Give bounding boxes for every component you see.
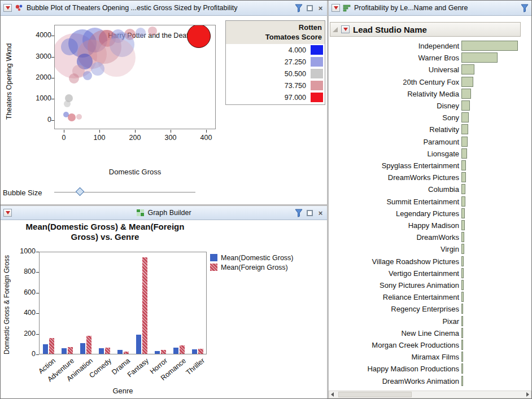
studio-bar[interactable] xyxy=(461,137,468,147)
studio-bar[interactable] xyxy=(461,292,464,302)
data-filter-icon[interactable] xyxy=(521,4,529,12)
studio-label[interactable]: Relativity Media xyxy=(329,89,459,99)
scroll-right-icon[interactable] xyxy=(526,392,529,397)
horizontal-scrollbar[interactable] xyxy=(329,391,531,398)
bar-foreign-gross[interactable] xyxy=(86,336,91,354)
bar-foreign-gross[interactable] xyxy=(124,352,129,354)
bubble[interactable] xyxy=(68,113,76,121)
studio-label[interactable]: New Line Cinema xyxy=(329,328,459,339)
legend-item[interactable]: 4.000 xyxy=(226,44,325,56)
studio-label[interactable]: Independent xyxy=(329,41,459,51)
window-icon[interactable] xyxy=(307,210,313,216)
studio-bar[interactable] xyxy=(461,256,464,266)
studio-bar[interactable] xyxy=(461,77,473,87)
studio-label[interactable]: Sony xyxy=(329,112,459,123)
studio-label[interactable]: Paramount xyxy=(329,137,459,147)
bar-domestic-gross[interactable] xyxy=(173,348,178,354)
studio-label[interactable]: Happy Madison Productions xyxy=(329,363,459,374)
studio-bar[interactable] xyxy=(461,232,464,242)
legend-item[interactable]: Mean(Domestic Gross) xyxy=(210,253,294,262)
studio-label[interactable]: Universal xyxy=(329,64,459,75)
bar-foreign-gross[interactable] xyxy=(180,345,185,354)
studio-label[interactable]: Reliance Entertainment xyxy=(329,292,459,302)
studio-label[interactable]: Happy Madison xyxy=(329,220,459,231)
bar-domestic-gross[interactable] xyxy=(155,351,160,354)
studio-label[interactable]: DreamWorks xyxy=(329,232,459,243)
studio-bar[interactable] xyxy=(461,208,465,218)
bubble[interactable] xyxy=(83,71,92,80)
studio-label[interactable]: Columbia xyxy=(329,184,459,195)
studio-bar[interactable] xyxy=(461,340,463,350)
studio-label[interactable]: Spyglass Entertainment xyxy=(329,160,459,171)
bar-domestic-gross[interactable] xyxy=(80,343,85,354)
bubble[interactable] xyxy=(64,100,71,107)
bar-foreign-gross[interactable] xyxy=(198,349,203,354)
close-icon[interactable]: × xyxy=(317,5,324,12)
bubble[interactable] xyxy=(69,73,79,84)
studio-bar[interactable] xyxy=(461,124,468,134)
scroll-left-icon[interactable] xyxy=(331,392,334,397)
bar-foreign-gross[interactable] xyxy=(68,347,73,354)
studio-label[interactable]: Warner Bros xyxy=(329,52,459,63)
studio-label[interactable]: Morgan Creek Productions xyxy=(329,340,459,350)
studio-bar[interactable] xyxy=(461,89,471,99)
slider-thumb[interactable] xyxy=(76,187,85,196)
bar-foreign-gross[interactable] xyxy=(49,338,54,354)
studio-bar[interactable] xyxy=(461,160,466,170)
bubble[interactable] xyxy=(91,62,104,76)
bar-domestic-gross[interactable] xyxy=(117,350,123,354)
studio-bar[interactable] xyxy=(461,304,463,314)
studio-label[interactable]: Summit Entertainment xyxy=(329,196,459,207)
studio-label[interactable]: Miramax Films xyxy=(329,352,459,362)
studio-label[interactable]: Village Roadshow Pictures xyxy=(329,256,459,267)
studio-label[interactable]: Sony Pictures Animation xyxy=(329,280,459,291)
window-icon[interactable] xyxy=(307,5,313,11)
bubble[interactable] xyxy=(187,25,211,48)
studio-label[interactable]: DreamWorks Pictures xyxy=(329,172,459,183)
studio-bar[interactable] xyxy=(461,220,465,230)
studio-bar[interactable] xyxy=(461,172,466,182)
slider-track[interactable] xyxy=(54,192,195,193)
bar-chart-area[interactable] xyxy=(39,252,207,354)
studio-bar[interactable] xyxy=(461,376,463,386)
bar-foreign-gross[interactable] xyxy=(142,257,147,354)
legend-item[interactable]: 73.750 xyxy=(226,80,325,91)
studio-bar[interactable] xyxy=(461,280,464,290)
studio-bar[interactable] xyxy=(461,148,467,159)
studio-bar[interactable] xyxy=(461,196,465,207)
studio-label[interactable]: Relativity xyxy=(329,124,459,135)
studio-bar[interactable] xyxy=(461,352,463,362)
studio-bar[interactable] xyxy=(461,52,498,63)
studio-bar[interactable] xyxy=(461,184,465,194)
studio-label[interactable]: Vertigo Entertainment xyxy=(329,268,459,279)
bar-domestic-gross[interactable] xyxy=(99,348,104,354)
bar-foreign-gross[interactable] xyxy=(105,348,110,354)
studio-bar[interactable] xyxy=(461,112,469,122)
bar-domestic-gross[interactable] xyxy=(136,335,141,354)
legend-item[interactable]: 50.500 xyxy=(226,68,325,80)
studio-label[interactable]: 20th Century Fox xyxy=(329,77,459,87)
bar-foreign-gross[interactable] xyxy=(161,350,166,354)
studio-label[interactable]: Regency Enterprises xyxy=(329,304,459,314)
legend-item[interactable]: Mean(Foreign Gross) xyxy=(210,262,294,272)
bar-domestic-gross[interactable] xyxy=(192,349,197,354)
close-icon[interactable]: × xyxy=(317,209,324,217)
bubble-size-slider[interactable] xyxy=(54,187,195,198)
studio-bar[interactable] xyxy=(461,268,464,278)
red-triangle-menu-icon[interactable] xyxy=(3,4,12,12)
bar-domestic-gross[interactable] xyxy=(43,344,48,354)
studio-bar[interactable] xyxy=(461,328,463,338)
studio-label[interactable]: Virgin xyxy=(329,244,459,255)
studio-bar[interactable] xyxy=(461,41,518,51)
bubble-plot-area[interactable]: Harry Potter and the Deat xyxy=(54,25,216,129)
studio-label[interactable]: DreamWorks Animation xyxy=(329,376,459,387)
studio-bar[interactable] xyxy=(461,100,470,111)
studio-bar[interactable] xyxy=(461,363,463,374)
red-triangle-menu-icon[interactable] xyxy=(3,209,12,217)
legend-item[interactable]: 27.250 xyxy=(226,56,325,68)
data-filter-icon[interactable] xyxy=(295,209,303,217)
studio-bar[interactable] xyxy=(461,244,464,254)
studio-bar[interactable] xyxy=(461,64,474,74)
studio-label[interactable]: Lionsgate xyxy=(329,148,459,159)
scrollbar-thumb[interactable] xyxy=(338,392,412,397)
